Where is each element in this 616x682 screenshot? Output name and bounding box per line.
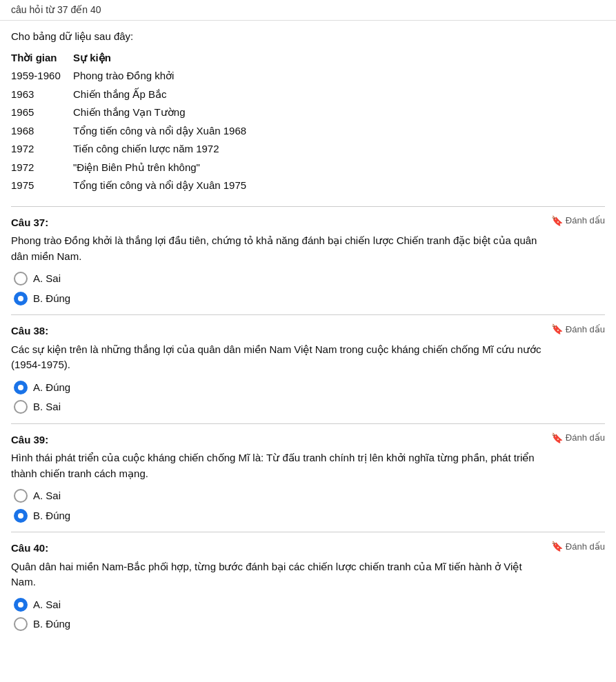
option-label-cau38-1: B. Sai: [33, 399, 61, 415]
table-row: 1968 Tổng tiến công và nổi dậy Xuân 1968: [11, 122, 605, 141]
option-row-cau39-1[interactable]: B. Đúng: [14, 508, 605, 524]
top-bar-text: câu hỏi từ 37 đến 40: [11, 4, 101, 15]
radio-cau39-1[interactable]: [14, 509, 28, 523]
danh-dau-button-cau37[interactable]: 🔖Đánh dấu: [551, 215, 605, 226]
radio-cau40-1[interactable]: [14, 617, 28, 631]
table-header-col2: Sự kiện: [73, 49, 605, 68]
bookmark-icon: 🔖: [551, 323, 563, 334]
question-left-cau37: Câu 37:Phong trào Đồng khởi là thắng lợi…: [11, 215, 544, 272]
question-title-cau39: Câu 39:: [11, 432, 544, 448]
bookmark-icon: 🔖: [551, 432, 563, 443]
danh-dau-button-cau40[interactable]: 🔖Đánh dấu: [551, 541, 605, 552]
table-row: 1972 Tiến công chiến lược năm 1972: [11, 140, 605, 159]
option-row-cau38-0[interactable]: A. Đúng: [14, 380, 605, 396]
option-row-cau40-0[interactable]: A. Sai: [14, 597, 605, 613]
question-header-cau40: Câu 40:Quân dân hai miền Nam-Bắc phối hợ…: [11, 541, 605, 597]
intro-text: Cho bảng dữ liệu sau đây:: [11, 29, 605, 45]
option-row-cau37-1[interactable]: B. Đúng: [14, 291, 605, 307]
danh-dau-label-cau38: Đánh dấu: [566, 324, 605, 334]
main-content: Cho bảng dữ liệu sau đây: Thời gian Sự k…: [0, 21, 616, 654]
question-block-cau38: Câu 38:Các sự kiện trên là những thắng l…: [11, 314, 605, 421]
question-text-cau38: Các sự kiện trên là những thắng lợi của …: [11, 342, 544, 373]
question-title-cau37: Câu 37:: [11, 215, 544, 231]
radio-cau37-1[interactable]: [14, 292, 28, 305]
table-row: 1972 "Điện Biên Phủ trên không": [11, 159, 605, 177]
table-cell-event: Tổng tiến công và nổi dậy Xuân 1968: [73, 122, 605, 141]
radio-cau38-1[interactable]: [14, 400, 28, 414]
radio-cau40-0[interactable]: [14, 598, 28, 612]
table-cell-event: Chiến thắng Ấp Bắc: [73, 86, 605, 104]
question-text-cau40: Quân dân hai miền Nam-Bắc phối hợp, từng…: [11, 559, 544, 590]
danh-dau-label-cau40: Đánh dấu: [566, 541, 605, 552]
danh-dau-label-cau39: Đánh dấu: [566, 432, 605, 443]
danh-dau-label-cau37: Đánh dấu: [566, 215, 605, 225]
question-header-cau37: Câu 37:Phong trào Đồng khởi là thắng lợi…: [11, 215, 605, 272]
table-cell-year: 1972: [11, 159, 73, 177]
radio-cau38-0[interactable]: [14, 381, 28, 394]
table-cell-year: 1968: [11, 122, 73, 141]
danh-dau-button-cau39[interactable]: 🔖Đánh dấu: [551, 432, 605, 443]
option-row-cau39-0[interactable]: A. Sai: [14, 488, 605, 504]
question-title-cau40: Câu 40:: [11, 541, 544, 556]
question-header-cau39: Câu 39:Hình thái phát triển của cuộc khá…: [11, 432, 605, 489]
table-cell-event: Tiến công chiến lược năm 1972: [73, 140, 605, 159]
radio-cau37-0[interactable]: [14, 272, 28, 285]
question-left-cau39: Câu 39:Hình thái phát triển của cuộc khá…: [11, 432, 544, 489]
question-text-cau37: Phong trào Đồng khởi là thắng lợi đầu ti…: [11, 233, 544, 264]
top-bar: câu hỏi từ 37 đến 40: [0, 0, 616, 21]
danh-dau-button-cau38[interactable]: 🔖Đánh dấu: [551, 323, 605, 334]
options-cau37: A. SaiB. Đúng: [11, 271, 605, 306]
option-label-cau37-0: A. Sai: [33, 271, 61, 287]
question-left-cau38: Câu 38:Các sự kiện trên là những thắng l…: [11, 323, 544, 380]
question-left-cau40: Câu 40:Quân dân hai miền Nam-Bắc phối hợ…: [11, 541, 544, 597]
option-label-cau38-0: A. Đúng: [33, 380, 70, 396]
bookmark-icon: 🔖: [551, 215, 563, 226]
table-cell-event: "Điện Biên Phủ trên không": [73, 159, 605, 177]
table-cell-year: 1975: [11, 177, 73, 195]
question-block-cau37: Câu 37:Phong trào Đồng khởi là thắng lợi…: [11, 206, 605, 312]
option-row-cau40-1[interactable]: B. Đúng: [14, 616, 605, 632]
questions-container: Câu 37:Phong trào Đồng khởi là thắng lợi…: [11, 206, 605, 638]
options-cau39: A. SaiB. Đúng: [11, 488, 605, 523]
table-row: 1965 Chiến thắng Vạn Tường: [11, 103, 605, 122]
option-label-cau40-1: B. Đúng: [33, 616, 70, 632]
table-cell-year: 1972: [11, 140, 73, 159]
data-table: Thời gian Sự kiện 1959-1960 Phong trào Đ…: [11, 49, 605, 195]
table-cell-year: 1959-1960: [11, 67, 73, 86]
option-label-cau39-1: B. Đúng: [33, 508, 70, 524]
radio-cau39-0[interactable]: [14, 489, 28, 503]
option-row-cau37-0[interactable]: A. Sai: [14, 271, 605, 287]
table-cell-event: Chiến thắng Vạn Tường: [73, 103, 605, 122]
option-label-cau37-1: B. Đúng: [33, 291, 70, 307]
table-row: 1959-1960 Phong trào Đồng khởi: [11, 67, 605, 86]
table-cell-event: Phong trào Đồng khởi: [73, 67, 605, 86]
table-cell-year: 1963: [11, 86, 73, 104]
options-cau40: A. SaiB. Đúng: [11, 597, 605, 632]
question-header-cau38: Câu 38:Các sự kiện trên là những thắng l…: [11, 323, 605, 380]
option-label-cau40-0: A. Sai: [33, 597, 61, 613]
question-text-cau39: Hình thái phát triển của cuộc kháng chiế…: [11, 450, 544, 481]
table-header-col1: Thời gian: [11, 49, 73, 68]
option-label-cau39-0: A. Sai: [33, 488, 61, 504]
question-title-cau38: Câu 38:: [11, 323, 544, 339]
table-row: 1975 Tổng tiến công và nổi dậy Xuân 1975: [11, 177, 605, 195]
option-row-cau38-1[interactable]: B. Sai: [14, 399, 605, 415]
table-row: 1963 Chiến thắng Ấp Bắc: [11, 86, 605, 104]
question-block-cau40: Câu 40:Quân dân hai miền Nam-Bắc phối hợ…: [11, 532, 605, 638]
options-cau38: A. ĐúngB. Sai: [11, 380, 605, 415]
bookmark-icon: 🔖: [551, 541, 563, 552]
table-cell-year: 1965: [11, 103, 73, 122]
question-block-cau39: Câu 39:Hình thái phát triển của cuộc khá…: [11, 423, 605, 530]
table-cell-event: Tổng tiến công và nổi dậy Xuân 1975: [73, 177, 605, 195]
